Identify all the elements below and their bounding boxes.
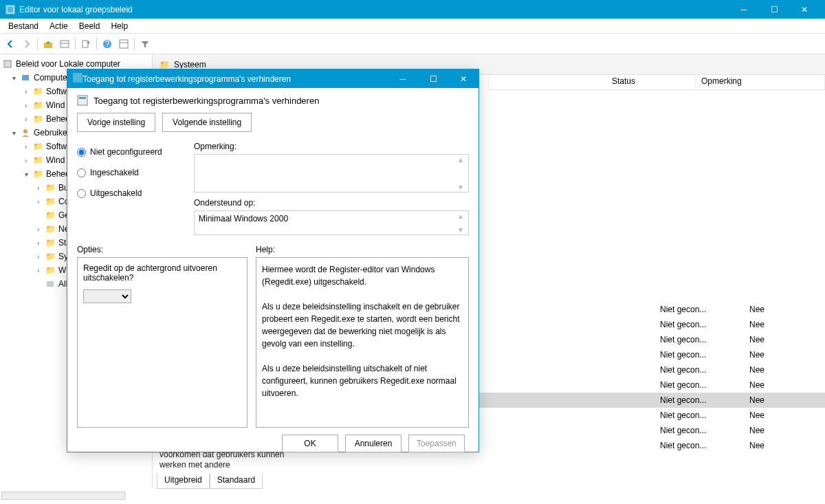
comment-box[interactable]: ▴▾	[194, 154, 469, 193]
svg-rect-2	[44, 43, 52, 48]
dialog-title: Toegang tot registerbewerkingsprogramma'…	[82, 74, 388, 84]
dialog-titlebar: Toegang tot registerbewerkingsprogramma'…	[67, 69, 478, 88]
next-setting-button[interactable]: Volgende instelling	[162, 113, 252, 132]
folder-icon: 📁	[160, 60, 170, 69]
app-icon	[6, 5, 15, 14]
back-icon[interactable]	[3, 36, 18, 52]
svg-rect-3	[60, 41, 69, 47]
crumb-label: Systeem	[174, 60, 206, 69]
svg-text:?: ?	[105, 39, 110, 49]
radio-enabled[interactable]: Ingeschakeld	[77, 162, 187, 183]
tree-root-label[interactable]: Beleid voor Lokale computer	[16, 59, 120, 69]
tree-item[interactable]: Softw	[46, 87, 67, 96]
options-label: Opties:	[77, 245, 248, 254]
dialog-maximize-button[interactable]: ☐	[418, 69, 448, 88]
minimize-button[interactable]: ─	[729, 0, 759, 19]
menu-help[interactable]: Help	[105, 20, 133, 32]
options-box: Regedit op de achtergrond uitvoeren uits…	[77, 257, 248, 428]
status-scrub	[1, 492, 125, 500]
svg-rect-14	[73, 73, 82, 83]
toolbar: ?	[0, 34, 825, 54]
help-label: Help:	[256, 245, 469, 254]
svg-rect-16	[79, 97, 86, 99]
tree-item[interactable]: Softw	[46, 142, 67, 151]
maximize-button[interactable]: ☐	[759, 0, 789, 19]
forward-icon[interactable]	[19, 36, 34, 52]
options-select[interactable]	[83, 289, 131, 303]
ok-button[interactable]: OK	[282, 435, 338, 452]
column-headers: Status Opmerking	[488, 75, 825, 90]
policy-icon	[77, 95, 88, 106]
close-button[interactable]: ✕	[789, 0, 820, 19]
properties-icon[interactable]	[116, 36, 131, 52]
col-comment[interactable]: Opmerking	[696, 75, 825, 89]
main-titlebar: Editor voor lokaal groepsbeleid ─ ☐ ✕	[0, 0, 825, 19]
tab-standaard[interactable]: Standaard	[210, 474, 263, 489]
help-icon[interactable]: ?	[100, 36, 115, 52]
options-question: Regedit op de achtergrond uitvoeren uits…	[83, 263, 241, 283]
apply-button[interactable]: Toepassen	[408, 435, 465, 452]
cancel-button[interactable]: Annuleren	[345, 435, 402, 452]
help-text: Hiermee wordt de Register-editor van Win…	[262, 263, 463, 399]
menubar: Bestand Actie Beeld Help	[0, 19, 825, 34]
policy-dialog: Toegang tot registerbewerkingsprogramma'…	[67, 69, 479, 452]
supported-label: Ondersteund op:	[194, 198, 469, 208]
radio-not-configured[interactable]: Niet geconfigureerd	[77, 142, 187, 162]
menu-bestand[interactable]: Bestand	[3, 20, 44, 32]
filter-icon[interactable]	[138, 36, 153, 52]
tree-user[interactable]: Gebruike	[34, 128, 67, 138]
dialog-close-button[interactable]: ✕	[448, 69, 478, 88]
svg-rect-8	[120, 40, 128, 48]
export-icon[interactable]	[78, 36, 94, 52]
col-status[interactable]: Status	[606, 75, 696, 89]
tab-uitgebreid[interactable]: Uitgebreid	[157, 474, 210, 489]
list-icon[interactable]	[57, 36, 72, 52]
dialog-heading: Toegang tot registerbewerkingsprogramma'…	[94, 96, 319, 106]
dialog-minimize-button[interactable]: ─	[388, 69, 418, 88]
dialog-icon	[73, 73, 82, 85]
help-box: Hiermee wordt de Register-editor van Win…	[256, 257, 469, 428]
statusbar	[1, 492, 824, 503]
up-folder-icon[interactable]	[41, 36, 56, 52]
tab-strip: Uitgebreid Standaard	[157, 474, 263, 489]
radio-disabled[interactable]: Uitgeschakeld	[77, 183, 187, 204]
prev-setting-button[interactable]: Vorige instelling	[77, 113, 155, 132]
comment-label: Opmerking:	[194, 142, 469, 151]
svg-rect-13	[47, 281, 54, 287]
tree-item[interactable]: Wind	[46, 155, 65, 165]
svg-rect-10	[4, 61, 11, 67]
svg-rect-5	[82, 41, 88, 47]
main-title: Editor voor lokaal groepsbeleid	[19, 5, 729, 14]
svg-point-12	[23, 129, 28, 133]
tree-item[interactable]: W	[58, 265, 66, 275]
svg-rect-11	[22, 75, 29, 80]
supported-box: Minimaal Windows 2000▴▾	[194, 210, 469, 235]
tree-computer[interactable]: Compute	[34, 73, 67, 83]
tree-item[interactable]: Wind	[46, 100, 65, 110]
menu-beeld[interactable]: Beeld	[74, 20, 106, 32]
menu-actie[interactable]: Actie	[44, 20, 74, 32]
